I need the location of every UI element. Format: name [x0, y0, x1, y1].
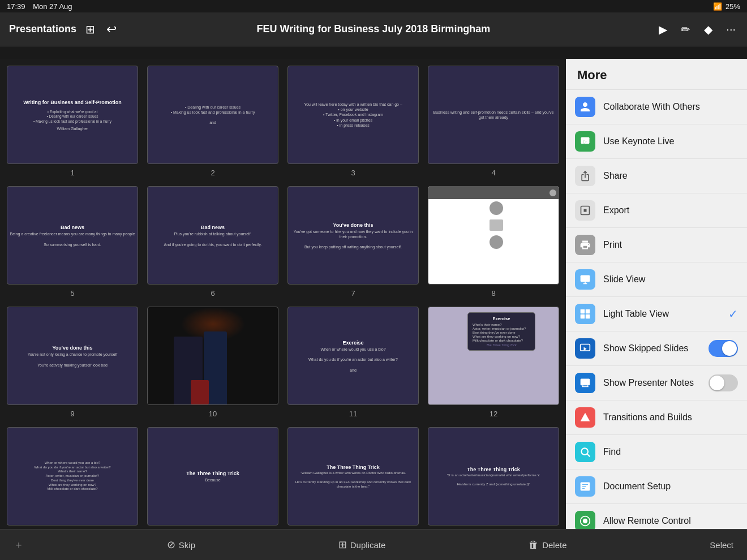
sidebar-item-print[interactable]: Print: [566, 228, 747, 262]
list-item[interactable]: When or where would you use a bio?What d…: [7, 427, 138, 529]
slide-thumb[interactable]: The Three Thing Trick "X is an actor/wri…: [428, 427, 559, 525]
svg-marker-9: [581, 413, 590, 421]
person-icon: [575, 97, 595, 117]
list-item[interactable]: You will leave here today with a written…: [287, 66, 419, 177]
svg-rect-8: [581, 379, 590, 386]
keynote-live-label: Use Keynote Live: [603, 136, 738, 147]
sidebar-item-doc-setup[interactable]: Document Setup: [566, 469, 747, 504]
show-skipped-label: Show Skipped Slides: [603, 343, 701, 354]
list-item[interactable]: Writing for Business and Self-Promotion …: [7, 66, 138, 177]
list-item[interactable]: Bad news Plus you're rubbish at talking …: [147, 186, 278, 298]
slide-thumb[interactable]: When or where would you use a bio?What d…: [7, 427, 138, 525]
checkmark-icon: ✓: [728, 307, 738, 321]
play-button[interactable]: ▶: [656, 20, 669, 38]
delete-label: Delete: [542, 540, 566, 550]
delete-button[interactable]: 🗑 Delete: [529, 539, 566, 551]
document-title: FEU Writing for Business July 2018 Birmi…: [257, 23, 491, 35]
slide-number: 3: [351, 169, 355, 177]
skip-button[interactable]: ⊘ Skip: [167, 539, 195, 551]
list-item[interactable]: The Three Thing Trick "X is an actor/wri…: [428, 427, 559, 529]
slide-thumb[interactable]: You've done this You've got someone to h…: [287, 186, 419, 285]
sidebar-item-transitions[interactable]: Transitions and Builds: [566, 400, 747, 435]
panel-header: More: [566, 59, 747, 90]
top-bar-left: Presentations ⊞ ↩: [9, 20, 134, 39]
sidebar-item-slide-view[interactable]: Slide View: [566, 262, 747, 297]
slide-number: 2: [211, 169, 214, 177]
select-label: Select: [710, 540, 733, 550]
svg-line-11: [587, 454, 590, 457]
wifi-icon: 📶: [713, 2, 722, 11]
list-item[interactable]: Bad news Being a creative freelancer mea…: [7, 186, 138, 298]
transitions-label: Transitions and Builds: [603, 412, 738, 423]
slide-thumb[interactable]: Exercise What's their name? Actor, write…: [428, 307, 559, 405]
presentations-nav-button[interactable]: Presentations: [9, 23, 76, 35]
share-button[interactable]: ◆: [702, 20, 715, 38]
list-item[interactable]: 10: [147, 307, 278, 418]
svg-rect-3: [581, 309, 585, 314]
slide-thumb[interactable]: You've done this You're not only losing …: [7, 307, 138, 405]
sidebar-item-show-notes[interactable]: Show Presenter Notes: [566, 366, 747, 400]
more-button[interactable]: ···: [724, 20, 738, 38]
light-table-icon: [575, 304, 595, 324]
list-item[interactable]: Exercise What's their name? Actor, write…: [428, 307, 559, 418]
skip-label: Skip: [179, 540, 195, 550]
collaborate-label: Collaborate With Others: [603, 102, 738, 112]
slide-number: 11: [349, 410, 357, 418]
sidebar-item-export[interactable]: Export: [566, 193, 747, 228]
sidebar-item-collaborate[interactable]: Collaborate With Others: [566, 90, 747, 124]
select-button[interactable]: Select: [710, 540, 733, 550]
slide-thumb[interactable]: Business writing and self-promotion need…: [428, 66, 559, 164]
slide-thumb[interactable]: The Three Thing Trick "William Gallagher…: [287, 427, 419, 525]
sidebar-item-show-skipped[interactable]: Show Skipped Slides: [566, 331, 747, 366]
sidebar-item-find[interactable]: Find: [566, 435, 747, 469]
list-item[interactable]: You've done this You're not only losing …: [7, 307, 138, 418]
doc-setup-icon: [575, 476, 595, 497]
slide-thumb[interactable]: The Three Thing Trick Because: [147, 427, 278, 525]
slide-grid-area[interactable]: Writing for Business and Self-Promotion …: [0, 59, 566, 529]
delete-icon: 🗑: [529, 539, 539, 551]
duplicate-label: Duplicate: [350, 540, 386, 550]
light-table-label: Light Table View: [603, 309, 720, 319]
duplicate-button[interactable]: ⊞ Duplicate: [338, 539, 386, 551]
show-notes-toggle[interactable]: [709, 374, 738, 391]
svg-rect-6: [586, 315, 590, 319]
sidebar-item-remote-control[interactable]: Allow Remote Control: [566, 504, 747, 529]
slide-thumb[interactable]: Bad news Plus you're rubbish at talking …: [147, 186, 278, 285]
slide-thumb[interactable]: [428, 186, 559, 285]
skipped-slides-icon: [575, 338, 595, 359]
slide-number: 9: [70, 410, 74, 418]
remote-control-icon: [575, 511, 595, 529]
find-label: Find: [603, 447, 738, 457]
sidebar-item-keynote-live[interactable]: Use Keynote Live: [566, 124, 747, 159]
sidebar-item-share[interactable]: Share: [566, 159, 747, 193]
slide-thumb[interactable]: [147, 307, 278, 405]
keynote-live-icon: [575, 131, 595, 152]
slide-number: 7: [351, 289, 355, 298]
list-item[interactable]: 8: [428, 186, 559, 298]
duplicate-icon: ⊞: [338, 539, 347, 551]
slide-number: 5: [70, 289, 74, 298]
list-item[interactable]: You've done this You've got someone to h…: [287, 186, 419, 298]
back-button[interactable]: ↩: [104, 20, 119, 39]
svg-rect-2: [581, 275, 590, 282]
sidebar-item-light-table[interactable]: Light Table View ✓: [566, 297, 747, 331]
slide-thumb[interactable]: Writing for Business and Self-Promotion …: [7, 66, 138, 164]
slide-thumb[interactable]: Exercise When or where would you use a b…: [287, 307, 419, 405]
slide-number: 12: [490, 410, 497, 418]
add-slide-button[interactable]: ＋: [14, 538, 24, 552]
list-item[interactable]: The Three Thing Trick "William Gallagher…: [287, 427, 419, 529]
list-item[interactable]: • Dealing with our career issues• Making…: [147, 66, 278, 177]
slide-thumb[interactable]: • Dealing with our career issues• Making…: [147, 66, 278, 164]
slide-thumb[interactable]: You will leave here today with a written…: [287, 66, 419, 164]
list-item[interactable]: Business writing and self-promotion need…: [428, 66, 559, 177]
grid-view-button[interactable]: ⊞: [83, 20, 97, 38]
list-item[interactable]: Exercise When or where would you use a b…: [287, 307, 419, 418]
list-item[interactable]: The Three Thing Trick Because 14: [147, 427, 278, 529]
pen-tool-button[interactable]: ✏: [679, 20, 693, 38]
top-bar-right: ▶ ✏ ◆ ···: [656, 20, 738, 38]
show-skipped-toggle[interactable]: [709, 340, 738, 357]
slide-thumb[interactable]: Bad news Being a creative freelancer mea…: [7, 186, 138, 285]
remote-control-label: Allow Remote Control: [603, 516, 738, 526]
toggle-knob: [722, 341, 737, 356]
show-notes-label: Show Presenter Notes: [603, 378, 701, 388]
